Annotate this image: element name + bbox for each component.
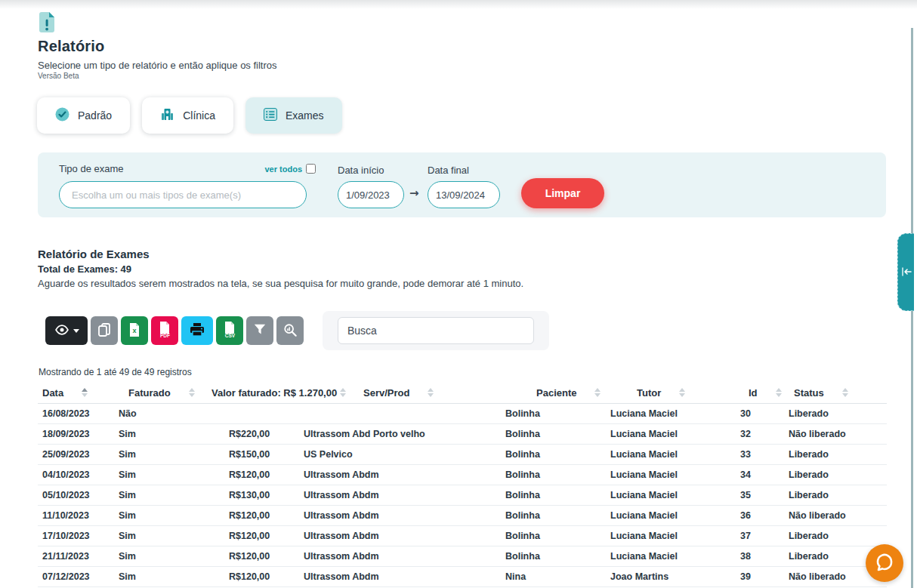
svg-text:PDF: PDF <box>160 333 170 338</box>
sort-arrows-icon <box>428 388 434 397</box>
filter-panel: Tipo de exame ver todos Data início → Da… <box>38 152 886 217</box>
report-section-heading: Relatório de Exames <box>38 248 150 260</box>
list-icon <box>264 108 277 123</box>
cell-paciente: Bolinha <box>501 465 606 485</box>
table-row[interactable]: 07/12/2023SimR$120,00Ultrassom AbdmNinaJ… <box>38 567 887 587</box>
column-header-id[interactable]: Id <box>741 382 786 403</box>
cell-paciente: Bolinha <box>501 445 606 464</box>
column-header-label: Id <box>749 387 758 399</box>
print-button[interactable] <box>181 316 213 345</box>
column-header-faturado[interactable]: Faturado <box>124 382 207 403</box>
table-row[interactable]: 04/10/2023SimR$120,00Ultrassom AbdmBolin… <box>38 465 887 485</box>
pdf-file-icon: PDF <box>158 322 171 340</box>
exams-table: DataFaturadoValor faturado: R$ 1.270,00S… <box>38 382 887 587</box>
column-header-tutor[interactable]: Tutor <box>629 382 741 403</box>
column-header-serv-prod[interactable]: Serv/Prod <box>302 382 529 403</box>
column-visibility-button[interactable] <box>45 316 88 345</box>
cell-paciente: Bolinha <box>501 404 606 423</box>
column-header-label: Data <box>42 387 63 399</box>
column-header-label: Faturado <box>128 387 171 399</box>
cell-data: 07/12/2023 <box>38 567 114 586</box>
chat-support-button[interactable] <box>866 544 903 582</box>
tab-padrao[interactable]: Padrão <box>37 97 130 134</box>
table-row[interactable]: 17/10/2023SimR$120,00Ultrassom AbdmBolin… <box>38 526 887 546</box>
printer-icon <box>190 323 205 339</box>
cell-serv-prod: Ultrassom Abdm <box>299 546 501 566</box>
tab-exames[interactable]: Exames <box>245 97 342 134</box>
cell-serv-prod <box>299 404 501 423</box>
export-excel-button[interactable]: x <box>121 316 148 345</box>
column-header-paciente[interactable]: Paciente <box>529 382 629 403</box>
version-badge: Versão Beta <box>38 72 79 80</box>
cell-valor-faturado-r-1-270-00: R$150,00 <box>224 445 299 464</box>
cell-tutor: Luciana Maciel <box>606 445 736 464</box>
cell-data: 17/10/2023 <box>38 526 114 546</box>
cell-tutor: Joao Martins <box>606 567 736 586</box>
cell-data: 25/09/2023 <box>38 445 114 464</box>
clinic-building-icon <box>160 107 174 124</box>
cell-tutor: Luciana Maciel <box>606 526 736 546</box>
cell-id: 38 <box>736 546 784 566</box>
csv-file-icon: CSV <box>223 322 236 340</box>
column-header-data[interactable]: Data <box>38 382 124 403</box>
table-row[interactable]: 18/09/2023SimR$220,00Ultrassom Abd Porto… <box>38 424 887 445</box>
check-circle-icon <box>55 107 69 124</box>
column-header-label: Tutor <box>637 387 661 399</box>
report-page: Relatório Selecione um tipo de relatório… <box>0 0 917 588</box>
end-date-input[interactable] <box>428 181 500 208</box>
cell-serv-prod: Ultrassom Abdm <box>299 465 501 485</box>
exam-type-input[interactable] <box>59 181 307 208</box>
column-header-label: Status <box>794 387 824 399</box>
export-pdf-button[interactable]: PDF <box>151 316 178 345</box>
column-header-label: Serv/Prod <box>363 387 409 399</box>
table-search-input[interactable] <box>338 317 534 344</box>
column-header-valor-faturado-r-1-270-00[interactable]: Valor faturado: R$ 1.270,00 <box>207 382 302 403</box>
export-csv-button[interactable]: CSV <box>216 316 243 345</box>
table-body: 16/08/2023NãoBolinhaLuciana Maciel30Libe… <box>38 404 887 587</box>
cell-faturado: Sim <box>114 445 224 464</box>
filter-button[interactable] <box>246 316 273 345</box>
see-all-checkbox[interactable] <box>306 164 316 174</box>
chevron-down-icon <box>73 329 79 333</box>
cell-paciente: Bolinha <box>501 546 606 566</box>
records-count-text: Mostrando de 1 até 49 de 49 registros <box>39 367 192 377</box>
sort-arrows-icon <box>594 388 601 397</box>
svg-text:x: x <box>132 327 136 334</box>
column-header-label: Paciente <box>536 387 576 399</box>
collapse-drawer-handle[interactable] <box>897 233 914 311</box>
cell-data: 21/11/2023 <box>38 546 114 566</box>
top-shadow <box>0 0 917 9</box>
cell-valor-faturado-r-1-270-00: R$220,00 <box>224 424 299 444</box>
search-columns-button[interactable] <box>276 316 304 345</box>
table-row[interactable]: 21/11/2023SimR$120,00Ultrassom AbdmBolin… <box>38 546 887 567</box>
clear-filters-button[interactable]: Limpar <box>521 178 604 208</box>
cell-serv-prod: Ultrassom Abdm <box>299 506 501 525</box>
cell-data: 18/09/2023 <box>38 424 114 444</box>
start-date-input[interactable] <box>338 181 404 208</box>
chat-bubble-icon <box>874 552 895 575</box>
arrow-to-bar-left-icon <box>901 266 912 279</box>
tab-clinica[interactable]: Clínica <box>142 97 233 134</box>
cell-serv-prod: Ultrassom Abd Porto velho <box>299 424 501 444</box>
cell-data: 05/10/2023 <box>38 485 114 505</box>
column-header-status[interactable]: Status <box>786 382 887 403</box>
cell-valor-faturado-r-1-270-00: R$120,00 <box>224 506 299 525</box>
cell-data: 11/10/2023 <box>38 506 114 525</box>
cell-paciente: Bolinha <box>501 424 606 444</box>
sort-arrows-icon <box>776 388 782 397</box>
cell-faturado: Sim <box>114 546 224 566</box>
copy-icon <box>98 323 110 339</box>
copy-button[interactable] <box>91 316 118 345</box>
cell-paciente: Bolinha <box>501 485 606 505</box>
table-row[interactable]: 25/09/2023SimR$150,00US PelvicoBolinhaLu… <box>38 445 887 465</box>
cell-status: Liberado <box>784 445 887 464</box>
table-row[interactable]: 16/08/2023NãoBolinhaLuciana Maciel30Libe… <box>38 404 887 424</box>
cell-id: 33 <box>736 445 784 464</box>
cell-faturado: Sim <box>114 526 224 546</box>
table-row[interactable]: 11/10/2023SimR$120,00Ultrassom AbdmBolin… <box>38 506 887 526</box>
cell-tutor: Luciana Maciel <box>606 465 736 485</box>
end-date-label: Data final <box>428 165 469 176</box>
table-row[interactable]: 05/10/2023SimR$130,00Ultrassom AbdmBolin… <box>38 485 887 506</box>
cell-faturado: Não <box>114 404 224 423</box>
cell-status: Não liberado <box>784 424 887 444</box>
